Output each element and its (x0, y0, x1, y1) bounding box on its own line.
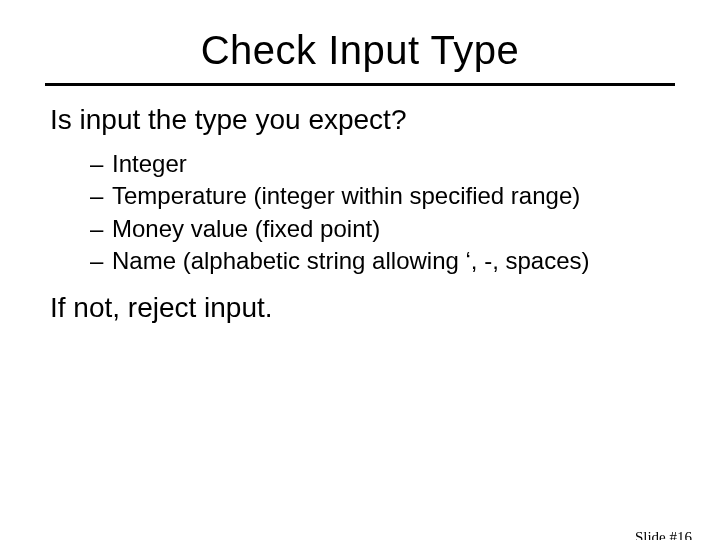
dash-icon: – (90, 245, 112, 277)
list-item: – Name (alphabetic string allowing ‘, -,… (90, 245, 670, 277)
list-item: – Integer (90, 148, 670, 180)
list-item: – Temperature (integer within specified … (90, 180, 670, 212)
list-item: – Money value (fixed point) (90, 213, 670, 245)
dash-icon: – (90, 213, 112, 245)
lead-question: Is input the type you expect? (50, 104, 670, 136)
list-item-label: Integer (112, 148, 187, 180)
list-item-label: Temperature (integer within specified ra… (112, 180, 580, 212)
list-item-label: Name (alphabetic string allowing ‘, -, s… (112, 245, 590, 277)
slide-body: Is input the type you expect? – Integer … (50, 104, 670, 324)
dash-icon: – (90, 180, 112, 212)
title-rule (45, 83, 675, 86)
closing-statement: If not, reject input. (50, 292, 670, 324)
example-list: – Integer – Temperature (integer within … (90, 148, 670, 278)
slide-title: Check Input Type (0, 28, 720, 73)
list-item-label: Money value (fixed point) (112, 213, 380, 245)
slide-number: Slide #16 (635, 529, 692, 540)
dash-icon: – (90, 148, 112, 180)
